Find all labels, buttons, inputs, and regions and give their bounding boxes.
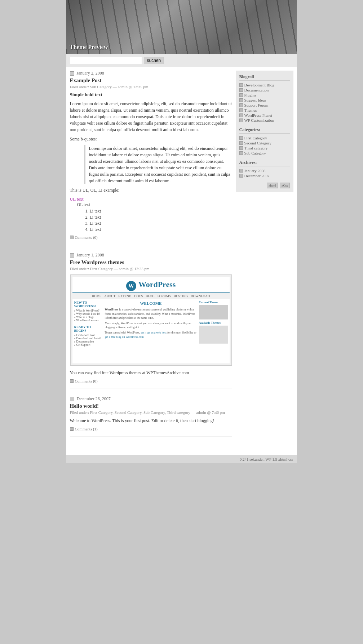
post-1-date: January 2, 2008 xyxy=(70,71,232,76)
post-3-date-icon xyxy=(70,397,74,401)
post-1-para-1: Lorem ipsum dolor sit amet, consectetur … xyxy=(70,100,232,133)
post-2-comments[interactable]: Comments (0) xyxy=(70,379,232,383)
post-2: January 1, 2008 Free Wordpress themes Fi… xyxy=(70,252,232,389)
list-item: Plugins xyxy=(239,93,290,98)
blogroll-link-development[interactable]: Development Blog xyxy=(244,83,274,87)
post-1-date-icon xyxy=(70,71,74,76)
footer-text: 0.241 sekunden WP 1.5 xhtml css xyxy=(240,457,293,461)
list-item: WP Customization xyxy=(239,118,290,123)
post-1-ul-ol-label: This is UL, OL, LI example: xyxy=(70,187,232,193)
wp-body: NEW TO WORDPRESS? » What is WordPress? »… xyxy=(72,299,230,363)
blogroll-link-plugins[interactable]: Plugins xyxy=(244,93,256,97)
post-3: December 26, 2007 Hello world! Filed und… xyxy=(70,396,232,437)
list-item: Themes xyxy=(239,108,290,113)
blogroll-link-suggest-ideas[interactable]: Suggest Ideas xyxy=(244,98,266,102)
post-3-content: Welcome to WordPress. This is your first… xyxy=(70,417,232,424)
list-item: January 2008 xyxy=(239,168,290,173)
post-1-comments[interactable]: Comments (0) xyxy=(70,235,232,240)
wp-themes-fake: Current Theme Available Themes xyxy=(199,301,228,362)
blogroll-icon xyxy=(239,108,243,112)
sidebar-blogroll: Blogroll Development Blog Documentation … xyxy=(239,74,290,123)
archive-icon xyxy=(239,174,243,178)
blogroll-list: Development Blog Documentation Plugins S… xyxy=(239,82,290,123)
blogroll-link-wp-customization[interactable]: WP Customization xyxy=(244,118,274,122)
list-item: Li text xyxy=(90,227,232,232)
comment-icon-2 xyxy=(70,379,74,383)
category-link-third[interactable]: Third category xyxy=(244,146,268,150)
wp-logo-icon: W xyxy=(126,281,136,291)
post-2-body: You can easy find free Wordpress themes … xyxy=(70,370,232,376)
category-link-sub[interactable]: Sub Category xyxy=(244,151,266,155)
sidebar-footer-badges: xhtml xCss xyxy=(239,183,290,188)
post-2-date: January 1, 2008 xyxy=(70,252,232,258)
post-1-li-list: Li text Li text Li text Li text xyxy=(90,209,232,232)
category-icon xyxy=(239,146,243,150)
wp-logo-text: WordPress xyxy=(138,280,176,289)
post-1-blockquote: Lorem ipsum dolor sit amet, consectetur … xyxy=(84,145,232,184)
blogroll-link-wp-planet[interactable]: WordPress Planet xyxy=(244,113,273,117)
category-link-first[interactable]: First Category xyxy=(244,136,267,140)
post-1-title: Example Post xyxy=(70,77,232,84)
archives-title: Archives: xyxy=(239,160,290,166)
post-3-body: Welcome to WordPress. This is your first… xyxy=(70,417,232,424)
archive-link-dec-2007[interactable]: December 2007 xyxy=(244,174,270,178)
site-header: Theme Preview xyxy=(66,0,297,54)
comment-icon-3 xyxy=(70,427,74,431)
category-link-second[interactable]: Second Category xyxy=(244,141,271,145)
archive-icon xyxy=(239,169,243,173)
post-1: January 2, 2008 Example Post Filed under… xyxy=(70,71,232,245)
post-2-title: Free Wordpress themes xyxy=(70,259,232,265)
list-item: First Category xyxy=(239,135,290,140)
post-1-content: Lorem ipsum dolor sit amet, consectetur … xyxy=(70,100,232,232)
sidebar-archives: Archives: January 2008 December 2007 xyxy=(239,160,290,178)
list-item: Li text xyxy=(90,221,232,226)
content-area: January 2, 2008 Example Post Filed under… xyxy=(66,67,297,448)
blogroll-icon xyxy=(239,83,243,87)
categories-list: First Category Second Category Third cat… xyxy=(239,135,290,156)
xhtml-badge: xhtml xyxy=(267,183,278,188)
post-1-bold-text: Simple bold text xyxy=(70,92,232,98)
wp-fake-sidebar: NEW TO WORDPRESS? » What is WordPress? »… xyxy=(74,301,103,362)
blogroll-icon xyxy=(239,103,243,107)
sidebar-categories: Categories: First Category Second Catego… xyxy=(239,127,290,156)
category-icon xyxy=(239,151,243,155)
post-3-title: Hello world! xyxy=(70,403,232,409)
post-3-comments[interactable]: Comments (1) xyxy=(70,427,232,431)
comment-icon xyxy=(70,236,74,239)
post-1-ul-text: UL text xyxy=(70,196,232,202)
wp-nav-bar: HOME ABOUT EXTEND DOCS BLOG FORUMS HOSTI… xyxy=(92,294,210,298)
list-item: Documentation xyxy=(239,88,290,93)
blogroll-link-documentation[interactable]: Documentation xyxy=(244,88,269,92)
wp-screenshot-inner: W WordPress HOME ABOUT EXTEND DOCS BLOG … xyxy=(71,275,231,365)
blogroll-link-themes[interactable]: Themes xyxy=(244,108,257,112)
post-1-bq-label: Some b-quotes: xyxy=(70,136,232,142)
blogroll-icon xyxy=(239,98,243,102)
post-2-date-icon xyxy=(70,253,74,258)
category-icon xyxy=(239,136,243,140)
blogroll-icon xyxy=(239,113,243,117)
post-2-content: You can easy find free Wordpress themes … xyxy=(70,370,232,376)
search-input[interactable] xyxy=(70,57,142,64)
search-bar: suchen xyxy=(66,54,297,67)
blogroll-icon xyxy=(239,88,243,92)
list-item: Li text xyxy=(90,209,232,214)
wp-main-content-fake: WELCOME WordPress is a state-of-the-art … xyxy=(105,301,197,362)
blogroll-link-support-forum[interactable]: Support Forum xyxy=(244,103,269,107)
search-button[interactable]: suchen xyxy=(144,57,164,64)
blogroll-icon xyxy=(239,93,243,97)
blogroll-title: Blogroll xyxy=(239,74,290,81)
sidebar: Blogroll Development Blog Documentation … xyxy=(236,71,293,192)
page-footer: 0.241 sekunden WP 1.5 xhtml css xyxy=(66,455,297,463)
post-3-date: December 26, 2007 xyxy=(70,396,232,402)
categories-title: Categories: xyxy=(239,127,290,134)
page-wrapper: Theme Preview suchen January 2, 2008 Exa… xyxy=(66,0,297,463)
site-title: Theme Preview xyxy=(70,44,108,50)
post-1-filed: Filed under: Sub Category — admin @ 12:3… xyxy=(70,85,232,89)
list-item: Second Category xyxy=(239,140,290,146)
list-item: Development Blog xyxy=(239,82,290,88)
post-3-filed: Filed under: First Category, Second Cate… xyxy=(70,410,232,415)
archive-link-jan-2008[interactable]: January 2008 xyxy=(244,169,266,173)
list-item: December 2007 xyxy=(239,173,290,178)
list-item: Suggest Ideas xyxy=(239,98,290,103)
list-item: WordPress Planet xyxy=(239,113,290,118)
